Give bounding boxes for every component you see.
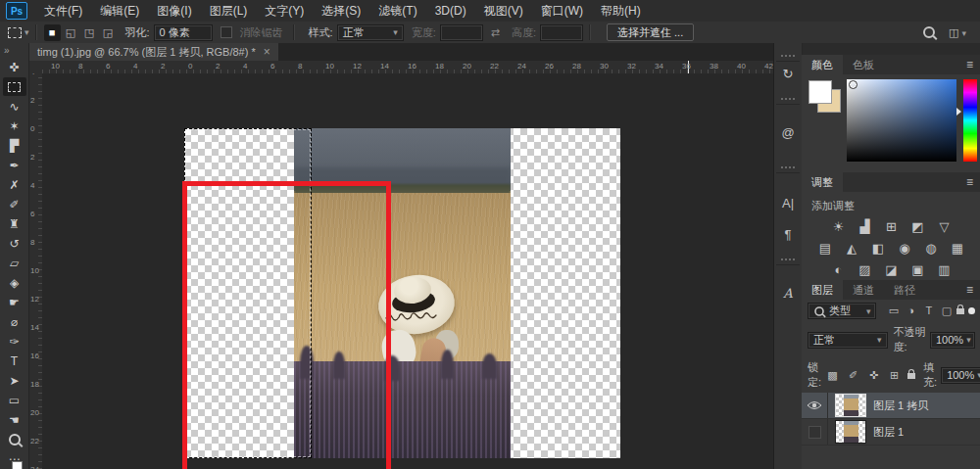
filter-adjustment-layers-icon[interactable]: ◑: [904, 305, 918, 317]
posterize-icon[interactable]: ▨: [857, 261, 874, 277]
filter-pixel-layers-icon[interactable]: ▭: [886, 305, 901, 317]
channel-mixer-icon[interactable]: ◍: [922, 240, 940, 256]
lock-position-icon[interactable]: ✜: [866, 369, 881, 382]
panel-menu-icon[interactable]: ≡: [966, 283, 980, 297]
menu-item-3D(D)[interactable]: 3D(D): [426, 0, 475, 22]
tab-color[interactable]: 颜色: [802, 55, 843, 74]
path-selection-tool[interactable]: ➤: [3, 371, 26, 390]
layer-name[interactable]: 图层 1 拷贝: [873, 399, 928, 413]
eraser-tool[interactable]: ▱: [3, 254, 26, 272]
menu-item-视图(V)[interactable]: 视图(V): [475, 0, 532, 22]
hue-slider[interactable]: [963, 79, 977, 162]
tab-adjustments[interactable]: 调整: [802, 172, 843, 192]
type-tool[interactable]: T: [3, 352, 26, 370]
current-tool-icon[interactable]: [8, 27, 22, 38]
healing-brush-tool[interactable]: ✗: [3, 175, 26, 194]
layer-thumbnail[interactable]: [835, 420, 866, 444]
filter-kind-dropdown[interactable]: 类型 ▾: [808, 303, 876, 319]
fill-dropdown[interactable]: 100% ▾: [941, 367, 980, 384]
rectangle-tool[interactable]: ▭: [3, 391, 26, 409]
hue-slider-arrow[interactable]: [956, 108, 961, 116]
menu-item-编辑(E)[interactable]: 编辑(E): [91, 0, 148, 22]
selective-color-icon[interactable]: ▣: [909, 261, 927, 277]
filter-smart-objects-icon[interactable]: [956, 305, 964, 317]
photo-filter-icon[interactable]: ◉: [896, 240, 913, 256]
paragraph-panel-icon[interactable]: ¶: [774, 227, 802, 242]
brush-tool[interactable]: ✐: [3, 195, 26, 213]
layer-row[interactable]: 图层 1 拷贝: [802, 393, 980, 419]
libraries-panel-icon[interactable]: @: [774, 125, 802, 140]
exposure-icon[interactable]: ◩: [909, 218, 927, 234]
filter-shape-layers-icon[interactable]: ▢: [939, 305, 954, 317]
smudge-tool[interactable]: ☛: [3, 293, 26, 311]
clone-stamp-tool[interactable]: ♜: [3, 214, 26, 233]
add-to-selection[interactable]: ◱: [63, 24, 79, 41]
color-balance-icon[interactable]: ◭: [843, 240, 860, 256]
ruler-corner[interactable]: [29, 61, 43, 74]
menu-item-文字(Y)[interactable]: 文字(Y): [256, 0, 313, 22]
brightness-contrast-icon[interactable]: ☀: [830, 218, 848, 234]
color-picker-marker[interactable]: [849, 80, 858, 89]
tab-paths[interactable]: 路径: [884, 280, 925, 300]
lasso-tool[interactable]: ∿: [3, 97, 26, 116]
zoom-tool[interactable]: [3, 430, 26, 448]
saturation-brightness-field[interactable]: [847, 79, 956, 162]
swap-dimensions-icon[interactable]: ⇄: [491, 26, 500, 39]
tab-channels[interactable]: 通道: [843, 280, 884, 300]
threshold-icon[interactable]: ◪: [883, 261, 901, 277]
select-and-mask-button[interactable]: 选择并遮住 ...: [607, 23, 694, 41]
blend-mode-dropdown[interactable]: 正常 ▾: [808, 332, 888, 349]
pen-tool[interactable]: ✑: [3, 332, 26, 351]
menu-item-滤镜(T)[interactable]: 滤镜(T): [369, 0, 425, 22]
feather-input[interactable]: 0 像素: [154, 24, 213, 41]
lock-artboard-icon[interactable]: ⊞: [887, 369, 902, 382]
lock-transparency-icon[interactable]: ▩: [825, 369, 840, 382]
filter-toggle-pin[interactable]: [968, 307, 975, 314]
anti-alias-checkbox[interactable]: [220, 26, 232, 38]
gradient-map-icon[interactable]: ▥: [936, 261, 954, 277]
glyphs-panel-icon[interactable]: A: [774, 286, 802, 301]
opacity-dropdown[interactable]: 100% ▾: [930, 332, 975, 349]
history-brush-tool[interactable]: ↺: [3, 234, 26, 253]
hand-tool[interactable]: ☚: [3, 410, 26, 429]
color-lookup-icon[interactable]: ▦: [949, 240, 966, 256]
hue-saturation-icon[interactable]: ▤: [816, 240, 834, 256]
menu-item-图像(I)[interactable]: 图像(I): [148, 0, 200, 22]
tab-swatches[interactable]: 色板: [843, 55, 884, 74]
move-tool[interactable]: ✜: [3, 58, 26, 76]
layer-row[interactable]: 图层 1: [802, 419, 980, 446]
rectangular-marquee-tool[interactable]: [3, 77, 26, 96]
new-selection[interactable]: ■: [44, 24, 61, 41]
intersect-selection[interactable]: ◲: [100, 24, 117, 41]
canvas-viewport[interactable]: [42, 73, 773, 469]
search-icon[interactable]: [923, 26, 935, 38]
horizontal-ruler[interactable]: 1086420246810121416182022242628303234363…: [42, 61, 773, 74]
levels-icon[interactable]: ▟: [857, 218, 874, 234]
lock-image-icon[interactable]: ✐: [846, 369, 860, 382]
gradient-tool[interactable]: ◈: [3, 273, 26, 292]
height-input[interactable]: [540, 24, 583, 41]
quick-selection-tool[interactable]: ✶: [3, 117, 26, 135]
photoshop-logo[interactable]: Ps: [6, 2, 27, 20]
tool-preset-chevron-icon[interactable]: ▾: [24, 27, 29, 37]
subtract-from-selection[interactable]: ◳: [81, 24, 98, 41]
menu-item-选择(S)[interactable]: 选择(S): [313, 0, 369, 22]
curves-icon[interactable]: ⊞: [883, 218, 901, 234]
filter-type-layers-icon[interactable]: T: [921, 305, 936, 317]
layer-name[interactable]: 图层 1: [873, 425, 904, 440]
vibrance-icon[interactable]: ▽: [936, 218, 954, 234]
style-dropdown[interactable]: 正常 ▾: [337, 24, 404, 41]
invert-icon[interactable]: ◐: [830, 261, 848, 277]
dodge-tool[interactable]: ⌀: [3, 312, 26, 331]
black-white-icon[interactable]: ◧: [869, 240, 887, 256]
tab-layers[interactable]: 图层: [802, 280, 843, 300]
history-panel-icon[interactable]: ↻: [774, 67, 802, 81]
panel-menu-icon[interactable]: ≡: [966, 58, 980, 71]
layer-visibility-toggle[interactable]: [802, 393, 828, 418]
document-tab[interactable]: timg (1).jpg @ 66.7% (图层 1 拷贝, RGB/8#) *…: [29, 43, 278, 61]
collapse-tools-icon[interactable]: »: [0, 43, 14, 58]
foreground-color-swatch[interactable]: [808, 80, 832, 104]
menu-item-窗口(W)[interactable]: 窗口(W): [532, 0, 592, 22]
lock-all-icon[interactable]: [907, 369, 915, 382]
vertical-ruler[interactable]: 42024681012141618202224: [29, 73, 43, 469]
